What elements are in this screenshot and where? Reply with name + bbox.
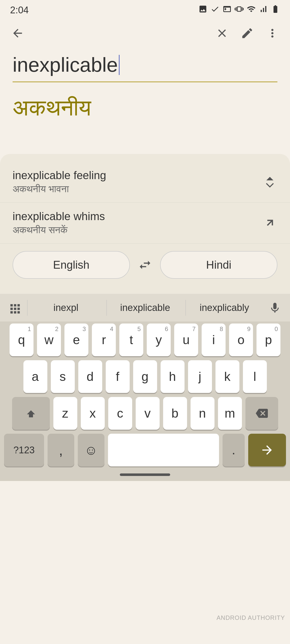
suggestion-translation-1: अकथनीय भावना xyxy=(13,184,262,195)
keyboard-row-4: ?123 , ☺ . xyxy=(0,432,290,468)
toolbar xyxy=(0,18,290,48)
photo-icon xyxy=(198,5,207,16)
period-key[interactable]: . xyxy=(223,434,245,466)
suggestion-arrow-1 xyxy=(262,174,277,189)
key-o[interactable]: o9 xyxy=(229,324,253,356)
key-j[interactable]: j xyxy=(188,360,212,393)
key-p[interactable]: p0 xyxy=(257,324,280,356)
word-suggestion-2[interactable]: inexplicable xyxy=(106,300,184,316)
key-s[interactable]: s xyxy=(51,360,75,393)
key-d[interactable]: d xyxy=(78,360,102,393)
suggestion-main-1: inexplicable feeling xyxy=(13,169,262,182)
emoji-key[interactable]: ☺ xyxy=(78,434,104,466)
battery-icon xyxy=(271,5,280,16)
delete-key[interactable] xyxy=(245,397,278,430)
shift-key[interactable] xyxy=(12,397,50,430)
status-icons xyxy=(198,5,280,16)
key-r[interactable]: r4 xyxy=(92,324,116,356)
keyboard-row-1: q1 w2 e3 r4 t5 y6 u7 i8 o9 p0 xyxy=(0,321,290,358)
mic-button[interactable] xyxy=(265,298,285,318)
key-b[interactable]: b xyxy=(163,397,187,430)
word-suggestion-3[interactable]: inexplicably xyxy=(186,300,263,316)
suggestions-panel: inexplicable feeling अकथनीय भावना inexpl… xyxy=(0,154,290,294)
keyboard-row-2: a s d f g h j k l xyxy=(0,358,290,395)
suggestion-item-1[interactable]: inexplicable feeling अकथनीय भावना xyxy=(0,162,290,203)
key-e[interactable]: e3 xyxy=(64,324,88,356)
terminal-icon xyxy=(223,5,232,16)
key-h[interactable]: h xyxy=(161,360,185,393)
language-switcher: English Hindi xyxy=(0,244,290,286)
comma-key[interactable]: , xyxy=(48,434,74,466)
suggestion-translation-2: अकथनीय सनकें xyxy=(13,225,262,236)
key-x[interactable]: x xyxy=(81,397,105,430)
text-cursor xyxy=(119,55,120,75)
more-button[interactable] xyxy=(262,23,282,43)
suggestion-item-2[interactable]: inexplicable whims अकथनीय सनकें xyxy=(0,203,290,244)
key-q[interactable]: q1 xyxy=(10,324,33,356)
back-button[interactable] xyxy=(8,23,28,43)
key-v[interactable]: v xyxy=(136,397,160,430)
annotate-button[interactable] xyxy=(237,23,257,43)
suggestion-main-2: inexplicable whims xyxy=(13,210,262,223)
key-c[interactable]: c xyxy=(108,397,132,430)
key-l[interactable]: l xyxy=(243,360,267,393)
check-icon xyxy=(210,5,220,16)
key-i[interactable]: i8 xyxy=(202,324,226,356)
key-n[interactable]: n xyxy=(191,397,214,430)
keyboard: inexpl inexplicable inexplicably q1 w2 e… xyxy=(0,294,290,481)
key-z[interactable]: z xyxy=(53,397,77,430)
suggestion-content-2: inexplicable whims अकथनीय सनकें xyxy=(13,210,262,236)
clear-button[interactable] xyxy=(212,23,232,43)
key-t[interactable]: t5 xyxy=(119,324,143,356)
source-language-button[interactable]: English xyxy=(13,251,130,279)
suggestion-arrow-2 xyxy=(262,215,277,230)
key-g[interactable]: g xyxy=(133,360,157,393)
key-m[interactable]: m xyxy=(218,397,242,430)
enter-key[interactable] xyxy=(248,434,286,466)
key-k[interactable]: k xyxy=(215,360,239,393)
translation-area: inexplicable अकथनीय xyxy=(0,48,290,134)
swap-languages-button[interactable] xyxy=(135,255,155,275)
home-indicator xyxy=(120,473,170,476)
wifi-icon xyxy=(247,5,256,16)
keyboard-row-3: z x c v b n m xyxy=(0,395,290,432)
bottom-bar xyxy=(0,468,290,481)
status-bar: 2:04 xyxy=(0,0,290,18)
space-key[interactable] xyxy=(108,434,219,466)
status-time: 2:04 xyxy=(10,5,29,16)
key-u[interactable]: u7 xyxy=(174,324,198,356)
vibrate-icon xyxy=(235,5,244,16)
watermark: ANDROID AUTHORITY xyxy=(216,614,285,621)
suggestion-content-1: inexplicable feeling अकथनीय भावना xyxy=(13,169,262,195)
key-f[interactable]: f xyxy=(106,360,130,393)
key-w[interactable]: w2 xyxy=(37,324,61,356)
target-language-button[interactable]: Hindi xyxy=(160,251,277,279)
translated-text: अकथनीय xyxy=(13,90,277,126)
source-text-value: inexplicable xyxy=(13,53,118,76)
source-text[interactable]: inexplicable xyxy=(13,53,277,82)
signal-icon xyxy=(259,5,268,16)
keyboard-suggestions-row: inexpl inexplicable inexplicably xyxy=(0,294,290,321)
word-suggestion-1[interactable]: inexpl xyxy=(27,300,104,316)
key-a[interactable]: a xyxy=(23,360,47,393)
numbers-key[interactable]: ?123 xyxy=(4,434,44,466)
keyboard-grid-button[interactable] xyxy=(5,298,25,318)
key-y[interactable]: y6 xyxy=(147,324,171,356)
